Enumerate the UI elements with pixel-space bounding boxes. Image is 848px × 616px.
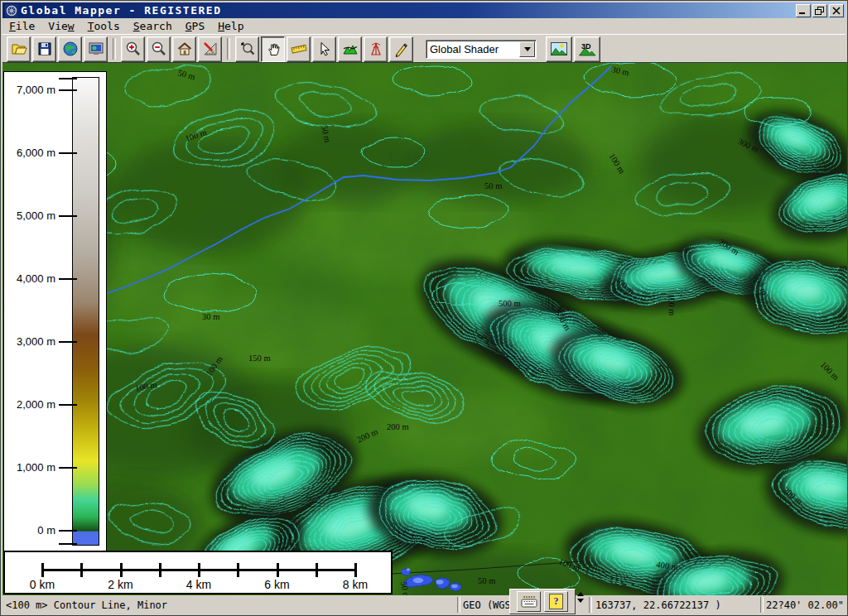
legend-tick xyxy=(59,341,77,343)
scale-label: 4 km xyxy=(174,578,224,591)
scale-label: 0 km xyxy=(17,578,67,591)
menu-search[interactable]: Search xyxy=(127,19,179,33)
elevation-legend: 7,000 m6,000 m5,000 m4,000 m3,000 m2,000… xyxy=(3,71,107,551)
legend-tick xyxy=(59,543,77,545)
legend-label: 7,000 m xyxy=(4,84,55,96)
restore-button[interactable] xyxy=(812,4,827,17)
zoom-tool-button[interactable] xyxy=(235,36,259,62)
hand-pan-icon xyxy=(265,41,282,57)
help-icon: ? xyxy=(549,594,563,609)
legend-tick xyxy=(59,78,77,79)
3d-view-label: 3D xyxy=(581,42,591,51)
legend-label: 0 m xyxy=(4,524,55,537)
contour-label: 400 m xyxy=(838,264,847,273)
toolbar-separator xyxy=(113,38,116,60)
status-lat-lon: 22?40' 02.00" N, 114?22' 17.89" E xyxy=(763,597,848,613)
feature-info-tool-button[interactable] xyxy=(312,36,336,62)
help-button[interactable]: ? xyxy=(544,591,568,612)
path-profile-tool-button[interactable] xyxy=(338,36,362,62)
status-feature-info: <100 m> Contour Line, Minor xyxy=(2,597,463,613)
ruler-icon xyxy=(291,41,307,57)
scale-tick xyxy=(354,563,357,577)
monitor-icon xyxy=(88,41,104,57)
cursor-arrow-icon xyxy=(316,41,333,57)
configure-button[interactable] xyxy=(198,36,222,62)
save-button[interactable] xyxy=(32,36,56,62)
texture-map-button[interactable] xyxy=(546,36,572,62)
legend-tick xyxy=(59,89,77,91)
view-shed-tool-button[interactable] xyxy=(364,36,388,62)
minimize-button[interactable] xyxy=(796,4,811,17)
display-options-button[interactable] xyxy=(84,36,108,62)
chevron-down-icon xyxy=(524,47,531,51)
legend-label: 5,000 m xyxy=(4,209,55,222)
shader-combobox-arrow[interactable] xyxy=(519,41,535,57)
scale-tick xyxy=(80,563,83,577)
scale-tick xyxy=(41,563,44,577)
spin-up-icon xyxy=(577,592,584,596)
zoom-in-button[interactable] xyxy=(121,36,145,62)
scale-tick xyxy=(198,563,200,577)
menu-tools[interactable]: Tools xyxy=(81,19,127,33)
status-coordinates: 163737, 22.66722137 ) xyxy=(592,597,766,613)
legend-tick xyxy=(59,278,77,280)
toolbar: Global Shader 3D xyxy=(2,34,846,63)
legend-label: 3,000 m xyxy=(4,335,55,348)
legend-tick xyxy=(59,215,77,217)
menu-file[interactable]: File xyxy=(2,19,41,33)
set-square-pencil-icon xyxy=(202,41,219,57)
full-view-button[interactable] xyxy=(172,36,196,62)
contour-label: 50 m xyxy=(484,181,502,190)
window-title: Global Mapper - REGISTERED xyxy=(21,4,222,17)
pencil-icon xyxy=(393,41,410,57)
pan-tool-button[interactable] xyxy=(261,36,285,62)
menu-gps[interactable]: GPS xyxy=(179,19,211,33)
scale-tick xyxy=(277,563,279,577)
zoom-out-icon xyxy=(151,41,167,57)
antenna-icon xyxy=(368,41,384,57)
scale-tick xyxy=(316,563,318,577)
menu-view[interactable]: View xyxy=(41,19,80,33)
status-spinner[interactable] xyxy=(577,592,584,603)
spin-down-icon xyxy=(577,599,584,603)
terrain-map[interactable]: 50 m100 m50 m30 m50 m30 m150 m100 m100 m… xyxy=(2,63,847,596)
scale-tick xyxy=(159,563,161,577)
status-projection: GEO (WGS8 xyxy=(460,597,516,613)
legend-label: 2,000 m xyxy=(4,398,55,411)
zoom-tool-icon xyxy=(239,41,256,57)
contour-label: 100 m xyxy=(667,294,677,316)
online-data-button[interactable] xyxy=(58,36,82,62)
restore-icon xyxy=(815,7,825,15)
3d-view-button[interactable]: 3D xyxy=(574,36,600,62)
legend-tick xyxy=(59,467,77,469)
zoom-out-button[interactable] xyxy=(147,36,171,62)
contour-label: 150 m xyxy=(248,354,271,363)
folder-open-icon xyxy=(11,41,27,57)
floppy-disk-icon xyxy=(36,41,53,57)
zoom-in-icon xyxy=(125,41,142,57)
digitizer-tool-button[interactable] xyxy=(389,36,413,62)
minimize-icon xyxy=(798,7,808,15)
app-icon xyxy=(5,4,18,17)
global-mapper-window: Global Mapper - REGISTERED FileViewTools… xyxy=(0,0,848,616)
scale-tick xyxy=(237,563,239,577)
open-file-button[interactable] xyxy=(7,36,31,62)
close-button[interactable] xyxy=(829,4,844,17)
legend-tick xyxy=(59,404,77,406)
menu-help[interactable]: Help xyxy=(211,19,250,33)
home-icon xyxy=(176,41,193,57)
contour-label: 50 m xyxy=(478,576,495,585)
menu-bar: FileViewToolsSearchGPSHelp xyxy=(2,18,846,34)
legend-label: 1,000 m xyxy=(4,461,55,474)
contour-label: 500 m xyxy=(499,299,521,308)
toolbar-separator xyxy=(227,38,230,60)
legend-label: 4,000 m xyxy=(4,272,55,285)
scale-tick xyxy=(120,563,123,577)
measure-tool-button[interactable] xyxy=(287,36,311,62)
contour-label: 30 m xyxy=(202,312,219,321)
map-view[interactable]: 50 m100 m50 m30 m50 m30 m150 m100 m100 m… xyxy=(2,62,847,596)
shader-combobox[interactable]: Global Shader xyxy=(426,40,537,59)
coordinate-mini-toolbar: ? xyxy=(509,589,576,614)
scale-label: 6 km xyxy=(253,578,302,591)
keyboard-entry-button[interactable] xyxy=(517,591,541,612)
